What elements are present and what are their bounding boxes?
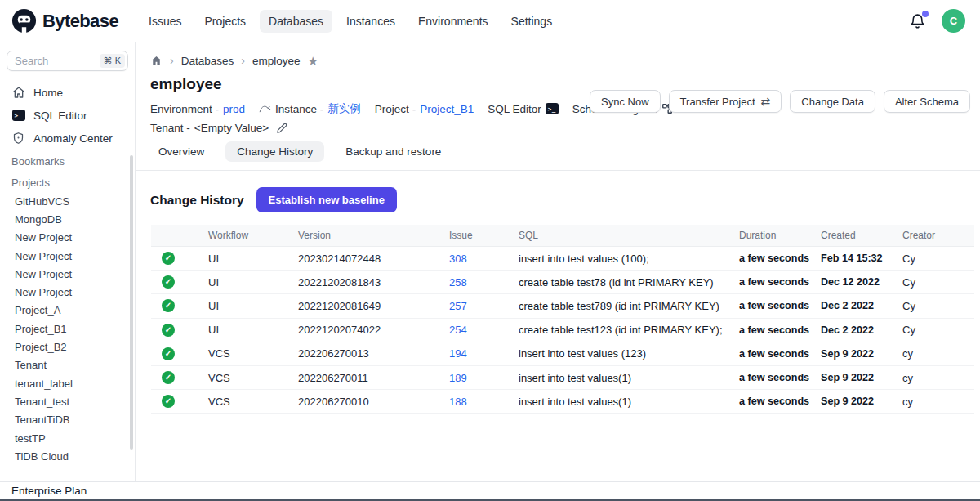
edit-pencil-icon[interactable] [276,123,287,134]
sidebar-project-item[interactable]: Project_B1 [0,320,135,338]
cell-created: Feb 14 15:32 [821,253,902,264]
nav-item-issues[interactable]: Issues [140,10,190,33]
sync-now-button[interactable]: Sync Now [590,90,661,113]
table-row[interactable]: ✓ UI 20221202081843 258 create table tes… [151,271,974,294]
cell-creator: cy [902,372,974,384]
project-link[interactable]: Project_B1 [420,103,474,115]
change-history-title: Change History [150,193,244,208]
cell-issue-link[interactable]: 254 [449,324,519,336]
alter-schema-button[interactable]: Alter Schema [884,90,970,113]
table-row[interactable]: ✓ VCS 202206270013 194 insert into test … [151,342,974,366]
cell-created: Sep 9 2022 [821,372,902,383]
nav-item-databases[interactable]: Databases [260,10,332,33]
sidebar-project-item[interactable]: TiDB Cloud [0,447,135,465]
search-placeholder: Search [15,55,48,67]
cell-duration: a few seconds [739,300,821,311]
cell-workflow: VCS [208,396,298,408]
sidebar-item-home[interactable]: Home [0,81,135,104]
cell-workflow: VCS [208,347,298,360]
sidebar-item-label: Anomaly Center [33,132,113,145]
sidebar-project-item[interactable]: testTP [0,429,135,447]
sidebar-project-item[interactable]: Project_A [0,302,135,320]
user-avatar[interactable]: C [942,9,965,33]
breadcrumb-home-icon[interactable] [150,55,163,67]
sidebar-item-anomaly-center[interactable]: Anomaly Center [0,127,135,150]
instance-link[interactable]: 新实例 [327,101,361,116]
cell-issue-link[interactable]: 258 [449,276,519,289]
sidebar-project-item[interactable]: New Project [0,247,135,265]
cell-version: 202206270013 [298,347,449,360]
nav-item-instances[interactable]: Instances [337,10,404,33]
sidebar-item-archive[interactable]: Archive [0,474,135,481]
bookmark-star-icon[interactable]: ★ [307,55,318,67]
sidebar-project-item[interactable]: New Project [0,265,135,283]
table-row[interactable]: ✓ VCS 202206270010 188 insert into test … [151,390,974,414]
cell-duration: a few seconds [739,253,821,264]
transfer-project-button[interactable]: Transfer Project ⇄ [669,90,782,113]
tenant-value: <Empty Value> [194,122,269,134]
sidebar-project-item[interactable]: Tenant [0,356,135,374]
change-data-button[interactable]: Change Data [790,90,875,113]
sidebar-item-label: Home [33,87,63,99]
table-row[interactable]: ✓ UI 20221202081649 257 create table tes… [151,294,974,318]
notification-bell-icon[interactable] [909,12,927,30]
nav-item-projects[interactable]: Projects [196,10,256,33]
breadcrumb-separator: › [241,54,245,67]
cell-issue-link[interactable]: 189 [449,372,519,384]
sidebar-project-item[interactable]: TenantTiDB [0,411,135,429]
nav-item-environments[interactable]: Environments [409,10,497,33]
tab-change-history[interactable]: Change History [225,141,324,162]
notification-dot [922,11,929,17]
meta-sql-editor-link[interactable]: SQL Editor >_ [488,103,559,115]
sidebar-project-item[interactable]: New Project [0,229,135,247]
sql-editor-label: SQL Editor [488,103,541,115]
table-row[interactable]: ✓ UI 20221202074022 254 create table tes… [151,319,974,342]
nav-item-settings[interactable]: Settings [502,10,562,33]
main-content: › Databases › employee ★ employee Enviro… [136,42,980,481]
mysql-engine-icon [259,104,271,114]
breadcrumb-employee[interactable]: employee [252,55,301,67]
cell-creator: Cy [902,276,974,289]
project-label: Project - [375,103,416,115]
cell-issue-link[interactable]: 194 [449,347,519,360]
cell-duration: a few seconds [739,276,821,288]
success-check-icon: ✓ [162,252,175,265]
column-header: Created [821,230,902,241]
sidebar-project-item[interactable]: GitHubVCS [0,192,135,210]
cell-creator: Cy [902,300,974,312]
sidebar-project-item[interactable]: tenant_label [0,374,135,392]
breadcrumb: › Databases › employee ★ [136,42,980,67]
environment-link[interactable]: prod [223,103,245,115]
cell-workflow: VCS [208,372,298,384]
tab-overview[interactable]: Overview [147,141,216,162]
sidebar-project-item[interactable]: New Project [0,283,135,301]
tab-backup-and-restore[interactable]: Backup and restore [334,141,452,162]
table-row[interactable]: ✓ VCS 202206270011 189 insert into test … [151,366,974,390]
sidebar-project-item[interactable]: Project_B2 [0,338,135,356]
sidebar-item-sql-editor[interactable]: >_ SQL Editor [0,104,135,127]
table-header-row: WorkflowVersionIssueSQLDurationCreatedCr… [151,225,974,247]
cell-version: 202206270010 [298,396,449,408]
brand-home-link[interactable]: Bytebase [11,8,118,34]
cell-sql: insert into test values(1) [519,372,739,384]
sidebar-project-item[interactable]: Tenant_test [0,392,135,410]
meta-tenant: Tenant - <Empty Value> [150,122,287,134]
sidebar-project-list: GitHubVCSMongoDBNew ProjectNew ProjectNe… [0,192,135,465]
table-row[interactable]: ✓ UI 20230214072448 308 insert into test… [151,247,974,271]
column-header: Workflow [208,230,298,241]
breadcrumb-databases[interactable]: Databases [181,55,234,67]
tenant-label: Tenant - [150,122,190,134]
primary-nav: IssuesProjectsDatabasesInstancesEnvironm… [140,10,561,33]
search-input[interactable]: Search ⌘ K [7,51,128,71]
cell-workflow: UI [208,300,298,312]
cell-issue-link[interactable]: 257 [449,300,519,312]
sidebar-project-item[interactable]: MongoDB [0,210,135,228]
cell-workflow: UI [208,276,298,289]
tab-bar: OverviewChange HistoryBackup and restore [136,141,980,171]
establish-baseline-button[interactable]: Establish new baseline [256,187,397,212]
sidebar-scrollbar[interactable] [130,155,133,450]
cell-issue-link[interactable]: 188 [449,396,519,408]
cell-issue-link[interactable]: 308 [449,253,519,265]
cell-sql: create table test78 (id int PRIMARY KEY) [519,276,739,289]
cell-duration: a few seconds [739,372,821,383]
